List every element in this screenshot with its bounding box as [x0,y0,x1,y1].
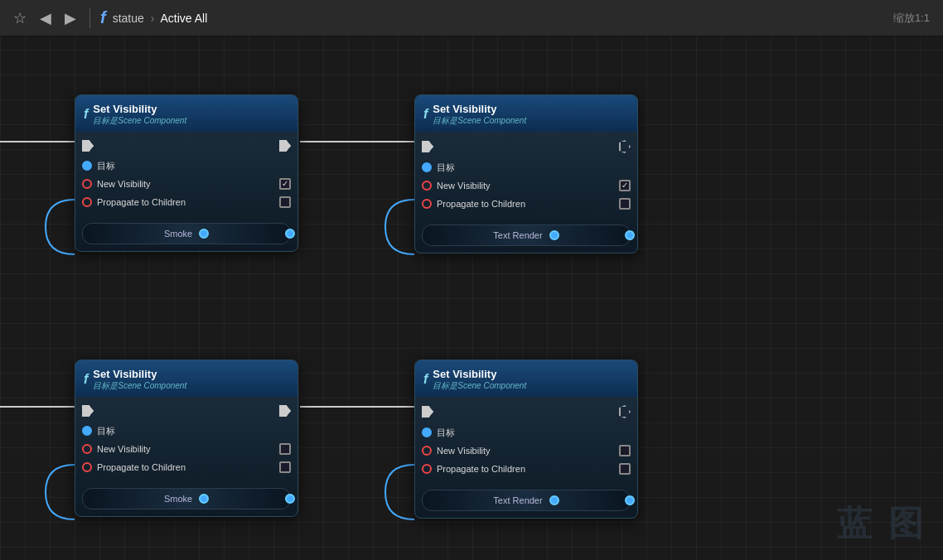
node-br-footer: Text Render [422,490,631,511]
node-tl-newvis-label: New Visibility [97,179,274,189]
node-tl-propagate-checkbox[interactable] [279,196,291,208]
node-br-header: f Set Visibility 目标是Scene Component [415,360,637,397]
node-br-header-text: Set Visibility 目标是Scene Component [433,368,526,392]
node-bl-target-label: 目标 [97,425,291,437]
node-bl-footer: Smoke [82,488,291,509]
node-bl-header: f Set Visibility 目标是Scene Component [75,360,297,397]
node-bl-title: Set Visibility [93,368,186,380]
node-tl-exec-in [82,140,94,152]
node-tr-title: Set Visibility [433,103,526,115]
node-tl-newvis-pin [82,179,92,189]
node-br-target-pin [422,427,432,437]
func-icon: f [100,8,106,27]
node-bl-exec-in [82,405,94,417]
node-tr-exec-out [619,140,631,153]
node-bl-exec-out [279,405,291,417]
node-br-propagate-label: Propagate to Children [437,464,614,474]
node-bl-newvis-label: New Visibility [97,444,274,454]
node-tl-propagate-pin [82,197,92,207]
node-bl-func-icon: f [84,372,88,387]
node-br-exec-out [619,405,631,418]
node-tr-header: f Set Visibility 目标是Scene Component [415,95,637,132]
node-bl-propagate-row: Propagate to Children [75,458,297,476]
node-bl-newvis-pin [82,444,92,454]
node-bl-header-text: Set Visibility 目标是Scene Component [93,368,186,392]
node-bl-exec-row [75,402,297,420]
node-bl-newvis-row: New Visibility [75,440,297,458]
node-bl-footer-pin-right [285,494,295,504]
node-br-target-label: 目标 [437,427,631,439]
breadcrumb-separator: › [151,12,155,25]
node-tl-newvis-checkbox[interactable] [279,178,291,190]
node-tr-propagate-checkbox[interactable] [619,198,631,210]
node-tl-exec-out [279,140,291,152]
node-tr-footer-label: Text Render [493,230,542,240]
node-tr-newvis-row: New Visibility [415,176,637,195]
node-br-footer-pin-right [625,495,635,505]
node-tl-target-row: 目标 [75,157,297,175]
back-icon[interactable]: ◀ [36,6,55,31]
node-bl-propagate-label: Propagate to Children [97,462,274,472]
node-tr-body: 目标 New Visibility Propagate to Children [415,132,637,220]
toolbar: ☆ ◀ ▶ f statue › Active All 缩放1:1 [0,0,943,36]
node-br-exec-row [415,402,637,422]
breadcrumb-current: Active All [161,12,208,25]
node-br-newvis-checkbox[interactable] [619,445,631,456]
node-bl-newvis-checkbox[interactable] [279,443,291,455]
node-tl-header: f Set Visibility 目标是Scene Component [75,95,297,132]
node-tl-footer-label: Smoke [164,229,192,239]
node-tl-propagate-label: Propagate to Children [97,197,274,207]
node-tr-footer-pin-right [625,230,635,240]
node-br-body: 目标 New Visibility Propagate to Children [415,397,637,485]
star-icon[interactable]: ☆ [10,6,30,31]
node-tl-footer-pin-right [285,229,295,239]
canvas: f Set Visibility 目标是Scene Component 目标 N… [0,36,943,560]
node-tl-header-text: Set Visibility 目标是Scene Component [93,103,186,127]
node-tr-newvis-label: New Visibility [437,181,614,191]
node-bl-target-row: 目标 [75,422,297,440]
node-tl-footer: Smoke [82,223,291,244]
node-tr: f Set Visibility 目标是Scene Component 目标 N… [414,94,638,253]
node-tr-newvis-pin [422,181,432,191]
node-br-title: Set Visibility [433,368,526,380]
node-bl-footer-pin [199,494,209,504]
node-tr-header-text: Set Visibility 目标是Scene Component [433,103,526,127]
breadcrumb: statue › Active All [113,12,208,25]
node-tr-subtitle: 目标是Scene Component [433,115,526,127]
watermark: 蓝 图 [837,500,926,547]
node-bl-propagate-pin [82,462,92,472]
node-bl: f Set Visibility 目标是Scene Component 目标 N… [75,360,298,517]
node-tl-title: Set Visibility [93,103,186,115]
node-bl-subtitle: 目标是Scene Component [93,380,186,392]
node-br-propagate-checkbox[interactable] [619,463,631,475]
node-tl-subtitle: 目标是Scene Component [93,115,186,127]
node-br-subtitle: 目标是Scene Component [433,380,526,392]
node-bl-target-pin [82,426,92,436]
breadcrumb-base[interactable]: statue [113,12,144,25]
node-tr-propagate-row: Propagate to Children [415,195,637,213]
node-tr-newvis-checkbox[interactable] [619,180,631,191]
node-br-newvis-pin [422,446,432,456]
node-tr-exec-in [422,141,433,152]
node-br-newvis-row: New Visibility [415,442,637,460]
node-tl-newvis-row: New Visibility [75,175,297,193]
node-tl-exec-row [75,137,297,155]
node-tr-target-label: 目标 [437,162,631,174]
node-tr-exec-row [415,137,637,157]
node-tl-target-label: 目标 [97,160,291,172]
node-tl-func-icon: f [84,107,88,122]
zoom-label: 缩放1:1 [893,11,930,26]
forward-icon[interactable]: ▶ [61,6,80,31]
node-tl-footer-pin [199,229,209,239]
node-tl-target-pin [82,161,92,171]
node-br-exec-in [422,406,433,418]
node-tr-target-row: 目标 [415,158,637,176]
node-bl-propagate-checkbox[interactable] [279,461,291,473]
node-bl-body: 目标 New Visibility Propagate to Children [75,397,297,483]
node-br-newvis-label: New Visibility [437,446,614,456]
node-br-propagate-pin [422,464,432,474]
node-tr-propagate-label: Propagate to Children [437,199,614,209]
node-br-footer-label: Text Render [493,495,542,505]
node-tr-footer: Text Render [422,224,631,246]
node-tr-func-icon: f [423,107,428,122]
